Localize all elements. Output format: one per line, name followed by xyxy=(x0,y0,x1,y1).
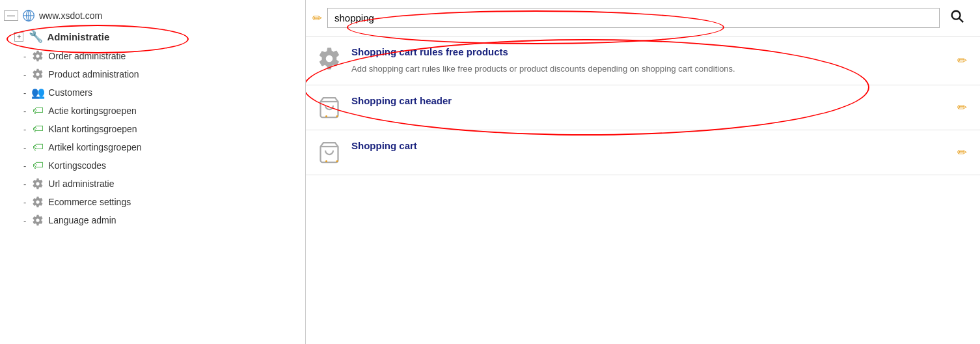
sidebar-item-artikel-kortingsgroepen[interactable]: - 🏷 Artikel kortingsgroepen xyxy=(0,138,305,156)
people-icon: 👥 xyxy=(31,86,44,99)
result-title-bold: Shopping xyxy=(351,95,396,106)
sidebar-item-actie-kortingsgroepen[interactable]: - 🏷 Actie kortingsgroepen xyxy=(0,102,305,120)
sidebar-item-label: Customers xyxy=(48,87,92,98)
administratie-label: Administratie xyxy=(47,31,109,42)
result-link[interactable]: Shopping cart rules free products xyxy=(351,46,508,57)
result-title: Shopping cart header xyxy=(351,94,946,108)
result-title-rest: cart rules free products xyxy=(396,46,508,57)
svg-point-4 xyxy=(952,11,960,20)
result-title-rest: cart xyxy=(396,140,417,151)
result-title-bold: Shopping xyxy=(351,140,396,151)
result-link[interactable]: Shopping cart xyxy=(351,140,417,151)
result-item-shopping-cart-header[interactable]: Shopping cart header ✏ xyxy=(306,85,980,130)
gear-icon xyxy=(31,195,44,208)
result-text: Shopping cart rules free products Add sh… xyxy=(351,46,946,76)
search-bar: ✏ xyxy=(306,0,980,36)
svg-point-8 xyxy=(336,115,338,117)
administratie-row[interactable]: + 🔧 Administratie xyxy=(0,26,305,47)
main-content: ✏ Shopping cart rules xyxy=(306,0,980,344)
result-title: Shopping cart xyxy=(351,139,946,152)
result-text: Shopping cart header xyxy=(351,94,946,111)
pencil-icon[interactable]: ✏ xyxy=(312,11,322,25)
svg-line-5 xyxy=(959,18,963,22)
sidebar-item-label: Product administration xyxy=(48,69,139,79)
sidebar-item-label: Language admin xyxy=(48,215,116,225)
bullet: - xyxy=(23,88,26,98)
sidebar-item-order-admin[interactable]: - Order administratie xyxy=(0,47,305,65)
result-list: Shopping cart rules free products Add sh… xyxy=(306,36,980,175)
sidebar-item-klant-kortingsgroepen[interactable]: - 🏷 Klant kortingsgroepen xyxy=(0,120,305,138)
search-button[interactable] xyxy=(945,7,970,29)
sidebar-item-url-admin[interactable]: - Url administratie xyxy=(0,175,305,193)
bullet: - xyxy=(23,106,26,116)
bullet: - xyxy=(23,124,26,134)
gear-icon xyxy=(31,50,44,63)
bullet: - xyxy=(23,161,26,171)
sidebar-item-customers[interactable]: - 👥 Customers xyxy=(0,83,305,102)
sidebar-item-label: Order administratie xyxy=(48,51,126,61)
edit-pencil-icon[interactable]: ✏ xyxy=(955,51,970,70)
tag-icon: 🏷 xyxy=(31,159,44,172)
site-title-label: www.xsdot.com xyxy=(39,10,102,21)
globe-icon xyxy=(22,9,35,22)
bullet: - xyxy=(23,51,26,61)
bullet: - xyxy=(23,216,26,225)
sidebar-item-label: Kortingscodes xyxy=(48,160,106,171)
sidebar-item-product-admin[interactable]: - Product administration xyxy=(0,65,305,83)
gear-icon xyxy=(31,177,44,190)
result-icon-cart xyxy=(316,94,342,121)
svg-point-10 xyxy=(325,160,327,162)
sidebar-item-label: Klant kortingsgroepen xyxy=(48,124,137,134)
sidebar-item-label: Ecommerce settings xyxy=(48,197,131,207)
result-item-shopping-cart[interactable]: Shopping cart ✏ xyxy=(306,130,980,175)
bullet: - xyxy=(23,197,26,207)
sidebar-items-list: - Order administratie - Product administ… xyxy=(0,47,305,229)
result-title: Shopping cart rules free products xyxy=(351,46,946,59)
result-link[interactable]: Shopping cart header xyxy=(351,95,452,106)
result-description: Add shopping cart rules like free produc… xyxy=(351,63,946,76)
tools-icon: 🔧 xyxy=(29,29,43,44)
sidebar-item-ecommerce-settings[interactable]: - Ecommerce settings xyxy=(0,193,305,211)
svg-point-11 xyxy=(336,160,338,162)
sidebar-item-label: Url administratie xyxy=(48,179,114,189)
gear-icon xyxy=(31,214,44,227)
sidebar-item-language-admin[interactable]: - Language admin xyxy=(0,211,305,229)
svg-point-7 xyxy=(325,115,327,117)
sidebar-item-label: Actie kortingsgroepen xyxy=(48,106,136,116)
edit-pencil-icon[interactable]: ✏ xyxy=(955,143,970,162)
sidebar-item-kortingscodes[interactable]: - 🏷 Kortingscodes xyxy=(0,156,305,175)
site-title-row: — www.xsdot.com xyxy=(0,5,305,26)
result-title-rest: cart header xyxy=(396,95,452,106)
bullet: - xyxy=(23,143,26,152)
bullet: - xyxy=(23,179,26,189)
result-icon-cart xyxy=(316,139,342,165)
edit-pencil-icon[interactable]: ✏ xyxy=(955,98,970,117)
tag-icon: 🏷 xyxy=(31,104,44,117)
search-input[interactable] xyxy=(327,8,940,28)
sidebar: — www.xsdot.com + 🔧 Administratie - xyxy=(0,0,306,344)
tag-icon: 🏷 xyxy=(31,141,44,154)
result-item-shopping-cart-rules[interactable]: Shopping cart rules free products Add sh… xyxy=(306,36,980,85)
result-icon-gear xyxy=(316,46,342,72)
sidebar-item-label: Artikel kortingsgroepen xyxy=(48,142,141,152)
gear-icon xyxy=(31,68,44,81)
tag-icon: 🏷 xyxy=(31,122,44,136)
result-text: Shopping cart xyxy=(351,139,946,156)
admin-expand-button[interactable]: + xyxy=(14,32,23,42)
bullet: - xyxy=(23,70,26,79)
result-title-bold: Shopping xyxy=(351,46,396,57)
search-input-wrap xyxy=(327,8,940,28)
collapse-button[interactable]: — xyxy=(4,10,18,21)
